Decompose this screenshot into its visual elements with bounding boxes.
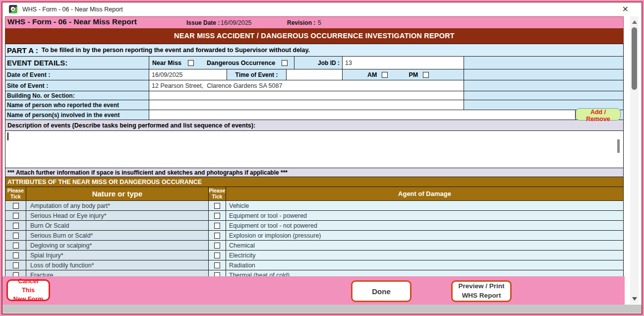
involved-persons-field[interactable] [149,110,576,120]
vertical-scrollbar[interactable] [625,16,642,304]
am-checkbox[interactable] [382,72,388,78]
site-of-event-row: Site of Event : 12 Pearson Street, Clare… [5,80,624,91]
site-of-event-label: Site of Event : [5,80,149,91]
nature-tick-cell [5,231,26,240]
table-row: Degloving or scalping* Chemical [5,241,624,251]
dangerous-occurrence-label: Dangerous Occurrence [207,60,275,66]
done-button[interactable]: Done [351,280,411,302]
part-a-row: PART A : To be filled in by the person r… [5,44,624,57]
app-icon [9,5,17,13]
nature-cell: Loss of bodily function* [26,260,209,270]
involved-persons-label: Name of person(s) involved in the event [5,110,149,120]
job-id-field[interactable]: 13 [343,57,464,69]
agent-cell: Radiation [226,260,623,270]
description-textarea[interactable] [5,131,624,168]
nature-cell: Burn Or Scald [26,221,209,230]
nature-tick-cell [5,221,26,230]
add-remove-button[interactable]: Add / Remove [576,108,621,121]
horizontal-scrollbar[interactable] [2,305,642,313]
nature-tick-cell [5,260,26,270]
time-of-event-field[interactable] [287,69,343,80]
event-row-filler [464,57,623,69]
agent-checkbox[interactable] [214,233,220,239]
agent-cell: Vehicle [226,201,623,210]
title-bar: WHS - Form - 06 - Near Miss Report ✕ [2,2,642,16]
scrollbar-track[interactable] [630,16,639,304]
close-icon[interactable]: ✕ [622,4,629,14]
agent-tick-cell [209,231,226,240]
agent-cell: Equipment or tool - not powered [226,221,623,230]
scroll-up-icon[interactable] [632,20,637,24]
date-of-event-label: Date of Event : [5,69,149,80]
agent-cell: Chemical [226,241,623,250]
form-header: WHS - Form - 06 - Near Miss Report Issue… [5,16,624,28]
nature-tick-cell [5,201,26,210]
cancel-line2: New Form [11,295,46,304]
col-header-nature: Nature or type [26,187,209,200]
col-header-agent: Agent of Damage [226,187,623,200]
part-a-label: PART A : [7,46,38,55]
nature-cell: Spial Injury* [26,251,209,260]
agent-tick-cell [209,260,226,270]
cancel-form-button[interactable]: Cancel ThisNew Form [6,279,50,301]
nature-checkbox[interactable] [13,213,19,219]
involved-row-filler: Add / Remove [576,110,623,120]
reported-by-dropdown[interactable] [149,100,464,110]
app-icon-dot [12,8,14,10]
nature-cell: Degloving or scalping* [26,241,209,250]
dangerous-occurrence-checkbox[interactable] [282,60,288,66]
near-miss-checkbox[interactable] [188,60,194,66]
nature-tick-cell [5,251,26,260]
agent-tick-cell [209,241,226,250]
preview-line1: Preview / Print [456,282,507,291]
part-a-text: To be filled in by the person reporting … [42,47,310,54]
report-banner: NEAR MISS ACCIDENT / DANGEROUS OCCURRENC… [5,28,624,44]
agent-checkbox[interactable] [214,253,220,258]
nature-tick-cell [5,241,26,250]
agent-checkbox[interactable] [214,243,220,249]
site-of-event-field[interactable]: 12 Pearson Street, Clarence Gardens SA 5… [149,80,464,91]
event-type-cell: Near Miss Dangerous Occurrence [149,57,294,69]
scroll-down-icon[interactable] [632,297,637,301]
textarea-scrollbar-thumb[interactable] [617,139,620,153]
nature-cell: Amputation of any body part* [26,201,209,210]
agent-cell: Explosion or implosion (pressure) [226,231,623,240]
nature-checkbox[interactable] [13,262,19,268]
window-inner: WHS - Form - 06 - Near Miss Report ✕ WHS… [1,1,643,315]
nature-checkbox[interactable] [13,203,19,209]
pm-checkbox[interactable] [423,72,429,78]
building-label: Building No. or Section: [5,91,149,100]
nature-checkbox[interactable] [13,233,19,239]
preview-print-button[interactable]: Preview / PrintWHS Report [451,280,512,302]
agent-tick-cell [209,201,226,210]
reported-by-label: Name of person who reported the event [5,100,149,110]
attributes-table-header: Please Tick Nature or type Please Tick A… [5,187,624,201]
site-row-filler [464,80,623,91]
near-miss-label: Near Miss [152,60,181,66]
issue-date-label: Issue Date : [186,19,220,26]
agent-checkbox[interactable] [214,203,220,209]
form-body: WHS - Form - 06 - Near Miss Report Issue… [5,16,624,280]
agent-checkbox[interactable] [214,213,220,219]
description-header: Description of events (Describe tasks be… [5,120,624,131]
scrollbar-thumb[interactable] [632,27,637,90]
date-of-event-row: Date of Event : 16/09/2025 Time of Event… [5,69,624,80]
text-cursor [7,132,8,140]
footer-bar: Cancel ThisNew Form Done Preview / Print… [2,276,625,305]
attach-note: *** Attach further information if space … [5,168,624,177]
nature-checkbox[interactable] [13,243,19,249]
agent-checkbox[interactable] [214,262,220,268]
date-row-filler [464,69,623,80]
nature-checkbox[interactable] [13,223,19,229]
cancel-line1: Cancel This [11,277,46,295]
nature-cell: Serious Burn or Scald* [26,231,209,240]
agent-checkbox[interactable] [214,223,220,229]
building-field[interactable] [149,91,464,100]
table-row: Serious Head or Eye injury* Equipment or… [5,211,624,221]
table-row: Serious Burn or Scald* Explosion or impl… [5,231,624,241]
agent-tick-cell [209,251,226,260]
nature-checkbox[interactable] [13,253,19,258]
event-details-row: EVENT DETAILS: Near Miss Dangerous Occur… [5,57,624,69]
date-of-event-field[interactable]: 16/09/2025 [149,69,227,80]
agent-cell: Electricity [226,251,623,260]
